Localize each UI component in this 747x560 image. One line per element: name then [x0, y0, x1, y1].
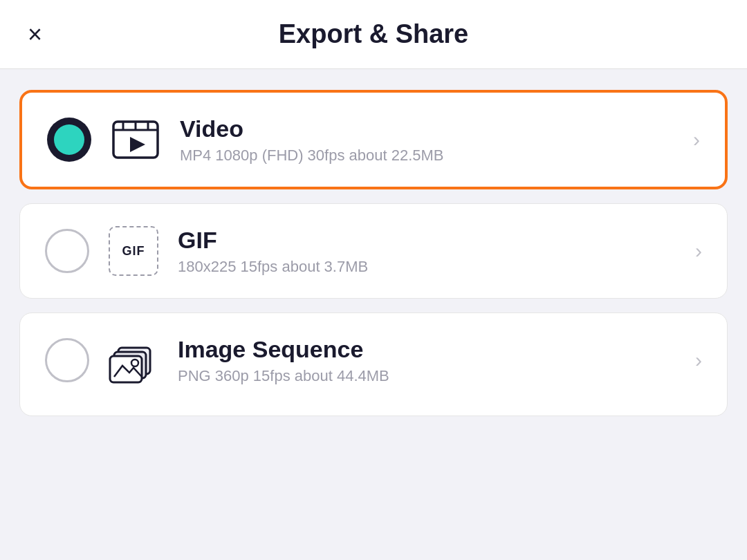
header: × Export & Share: [0, 0, 747, 69]
video-option-desc: MP4 1080p (FHD) 30fps about 22.5MB: [180, 147, 674, 165]
video-option-card[interactable]: Video MP4 1080p (FHD) 30fps about 22.5MB…: [19, 90, 728, 189]
gif-icon-label: GIF: [109, 226, 158, 276]
video-option-info: Video MP4 1080p (FHD) 30fps about 22.5MB: [180, 115, 674, 165]
radio-selected-video: [47, 118, 91, 162]
gif-option-title: GIF: [178, 227, 676, 254]
export-options-list: Video MP4 1080p (FHD) 30fps about 22.5MB…: [0, 69, 747, 437]
radio-unselected-gif: [45, 229, 89, 273]
gif-option-card[interactable]: GIF GIF 180x225 15fps about 3.7MB ›: [19, 203, 728, 299]
image-sequence-format-icon: [109, 335, 158, 385]
close-button[interactable]: ×: [28, 22, 42, 47]
svg-marker-5: [130, 137, 145, 152]
video-option-title: Video: [180, 115, 674, 142]
gif-format-icon: GIF: [109, 226, 158, 276]
radio-unselected-imgseq: [45, 338, 89, 382]
gif-chevron-icon: ›: [695, 239, 702, 263]
gif-option-info: GIF 180x225 15fps about 3.7MB: [178, 227, 676, 276]
image-sequence-option-title: Image Sequence: [178, 336, 676, 363]
image-sequence-chevron-icon: ›: [695, 348, 702, 372]
page-title: Export & Share: [279, 19, 469, 49]
video-format-icon: [111, 115, 160, 165]
image-sequence-option-info: Image Sequence PNG 360p 15fps about 44.4…: [178, 336, 676, 385]
image-sequence-option-card[interactable]: Image Sequence PNG 360p 15fps about 44.4…: [19, 312, 728, 416]
image-sequence-option-desc: PNG 360p 15fps about 44.4MB: [178, 367, 676, 385]
video-chevron-icon: ›: [693, 128, 700, 151]
gif-option-desc: 180x225 15fps about 3.7MB: [178, 258, 676, 276]
